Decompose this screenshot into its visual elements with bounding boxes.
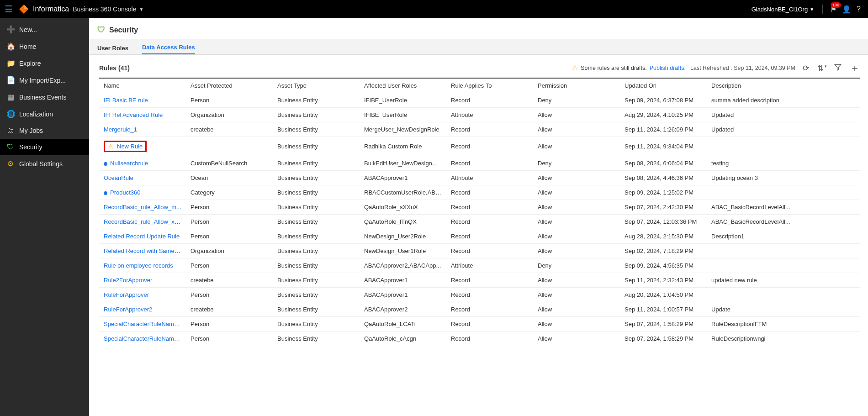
table-row[interactable]: IFI Basic BE rulePersonBusiness EntityIF… [99, 93, 860, 108]
rule-link[interactable]: Nullsearchrule [110, 160, 148, 167]
rule-link[interactable]: OceanRule [104, 174, 133, 181]
console-name[interactable]: Business 360 Console [73, 5, 136, 13]
table-row[interactable]: SpecialCharacterRuleName...PersonBusines… [99, 332, 860, 346]
sidebar-item-label: Global Settings [19, 160, 63, 168]
sidebar-item-security[interactable]: 🛡Security [0, 139, 89, 155]
rule-link[interactable]: New Rule [117, 143, 143, 150]
cell-desc: Updated [707, 108, 860, 122]
col-applies[interactable]: Rule Applies To [446, 79, 533, 93]
cell-desc [707, 185, 860, 200]
org-switcher[interactable]: GladsNonBE_Ci1Org▼ [752, 6, 814, 13]
rule-link[interactable]: RecordBasic_rule_Allow_xz... [104, 218, 182, 225]
col-asset[interactable]: Asset Protected [186, 79, 273, 93]
rule-link[interactable]: SpecialCharacterRuleName... [104, 335, 182, 342]
cell-perm: Allow [533, 288, 620, 302]
rule-link[interactable]: Related Record with Same e... [104, 247, 184, 254]
rule-link[interactable]: RuleForApprover2 [104, 306, 152, 313]
cell-updated: Sep 07, 2024, 12:03:36 PM [620, 215, 707, 229]
rule-link[interactable]: Related Record Update Rule [104, 233, 180, 240]
table-row[interactable]: RuleForApprover2createbeBusiness EntityA… [99, 302, 860, 317]
col-type[interactable]: Asset Type [273, 79, 360, 93]
rule-link[interactable]: Mergerule_1 [104, 126, 137, 133]
cell-desc: Update [707, 302, 860, 317]
cell-roles: QaAutoRole_LCATi [360, 317, 446, 332]
sidebar-item-localization[interactable]: 🌐Localization [0, 105, 89, 122]
cell-applies: Record [446, 122, 533, 137]
table-row[interactable]: NullsearchruleCustomBeNullSearchBusiness… [99, 156, 860, 171]
publish-drafts-link[interactable]: Publish drafts. [650, 65, 686, 71]
table-row[interactable]: Rule2ForApprovercreatebeBusiness EntityA… [99, 273, 860, 288]
rule-link[interactable]: Rule2ForApprover [104, 277, 152, 284]
table-row[interactable]: SpecialCharacterRuleName...PersonBusines… [99, 317, 860, 332]
sidebar-item-import-export[interactable]: 📄My Import/Exp... [0, 72, 89, 89]
cell-asset: Organization [186, 244, 273, 258]
sidebar-item-global-settings[interactable]: ⚙Global Settings [0, 155, 89, 172]
col-perm[interactable]: Permission [533, 79, 620, 93]
table-row[interactable]: Mergerule_1createbeBusiness EntityMergeU… [99, 122, 860, 137]
rule-link[interactable]: IFI Basic BE rule [104, 97, 148, 104]
rule-link[interactable]: IFI Rel Advanced Rule [104, 111, 163, 118]
user-icon[interactable]: 👤 [842, 5, 851, 14]
table-row[interactable]: RuleForApproverPersonBusiness EntityABAC… [99, 288, 860, 302]
tab-user-roles[interactable]: User Roles [97, 45, 128, 54]
cell-roles: QaAutoRole_cAcgn [360, 332, 446, 346]
table-row[interactable]: RecordBasic_rule_Allow_m...PersonBusines… [99, 200, 860, 215]
table-wrap[interactable]: Name Asset Protected Asset Type Affected… [99, 78, 860, 416]
cell-type: Business Entity [273, 273, 360, 288]
table-row[interactable]: RecordBasic_rule_Allow_xz...PersonBusine… [99, 215, 860, 229]
add-icon[interactable]: ＋ [850, 61, 860, 75]
sort-icon[interactable]: ⇅ [817, 63, 826, 73]
col-roles[interactable]: Affected User Roles [360, 79, 446, 93]
cell-applies: Record [446, 215, 533, 229]
rule-link[interactable]: RuleForApprover [104, 291, 149, 298]
cell-desc: ABAC_BasicRecordLevelAll... [707, 200, 860, 215]
filter-icon[interactable] [834, 63, 842, 73]
my-jobs-icon: 🗂 [6, 126, 15, 135]
cell-type: Business Entity [273, 332, 360, 346]
business-events-icon: ▦ [6, 93, 15, 101]
cell-desc: Updated [707, 122, 860, 137]
cell-type: Business Entity [273, 185, 360, 200]
chevron-down-icon[interactable]: ▼ [139, 7, 143, 12]
cell-perm: Allow [533, 332, 620, 346]
help-icon[interactable]: ? [857, 5, 861, 13]
cell-applies: Record [446, 93, 533, 108]
cell-type: Business Entity [273, 156, 360, 171]
sidebar-item-home[interactable]: 🏠Home [0, 38, 89, 55]
rules-heading: Rules (41) [99, 64, 130, 72]
cell-desc [707, 258, 860, 273]
table-row[interactable]: Related Record with Same e...Organizatio… [99, 244, 860, 258]
sidebar-item-new[interactable]: ➕New... [0, 21, 89, 38]
rule-link[interactable]: SpecialCharacterRuleName... [104, 321, 182, 327]
refresh-icon[interactable]: ⟳ [803, 63, 809, 73]
col-name[interactable]: Name [99, 79, 186, 93]
cell-applies: Record [446, 185, 533, 200]
rule-link[interactable]: Rule on employee records [104, 262, 173, 269]
sidebar-item-my-jobs[interactable]: 🗂My Jobs [0, 122, 89, 139]
notifications-icon[interactable]: ⚑100 [830, 5, 836, 14]
status-dot-icon [104, 162, 107, 166]
rule-link[interactable]: Product360 [110, 189, 141, 196]
sidebar-item-business-events[interactable]: ▦Business Events [0, 89, 89, 105]
sidebar-item-explore[interactable]: 📁Explore [0, 55, 89, 72]
table-row[interactable]: Related Record Update RulePersonBusiness… [99, 229, 860, 244]
table-row[interactable]: OceanRuleOceanBusiness EntityABACApprove… [99, 171, 860, 185]
cell-perm: Deny [533, 258, 620, 273]
rule-link[interactable]: RecordBasic_rule_Allow_m... [104, 204, 181, 211]
cell-desc [707, 244, 860, 258]
cell-updated: Sep 11, 2024, 9:34:04 PM [620, 137, 707, 156]
cell-roles: QaAutoRole_lTnQX [360, 215, 446, 229]
cell-updated: Sep 09, 2024, 1:25:02 PM [620, 185, 707, 200]
tab-data-access-rules[interactable]: Data Access Rules [142, 44, 195, 54]
cell-type: Business Entity [273, 93, 360, 108]
col-updated[interactable]: Updated On [620, 79, 707, 93]
table-row[interactable]: ⚠New RuleBusiness EntityRadhika Custom R… [99, 137, 860, 156]
table-row[interactable]: IFI Rel Advanced RuleOrganizationBusines… [99, 108, 860, 122]
cell-asset: Person [186, 258, 273, 273]
col-desc[interactable]: Description [707, 79, 860, 93]
hamburger-icon[interactable]: ☰ [5, 4, 16, 15]
cell-perm: Allow [533, 185, 620, 200]
chevron-down-icon: ▼ [810, 7, 814, 12]
table-row[interactable]: Product360CategoryBusiness EntityRBACCus… [99, 185, 860, 200]
table-row[interactable]: Rule on employee recordsPersonBusiness E… [99, 258, 860, 273]
